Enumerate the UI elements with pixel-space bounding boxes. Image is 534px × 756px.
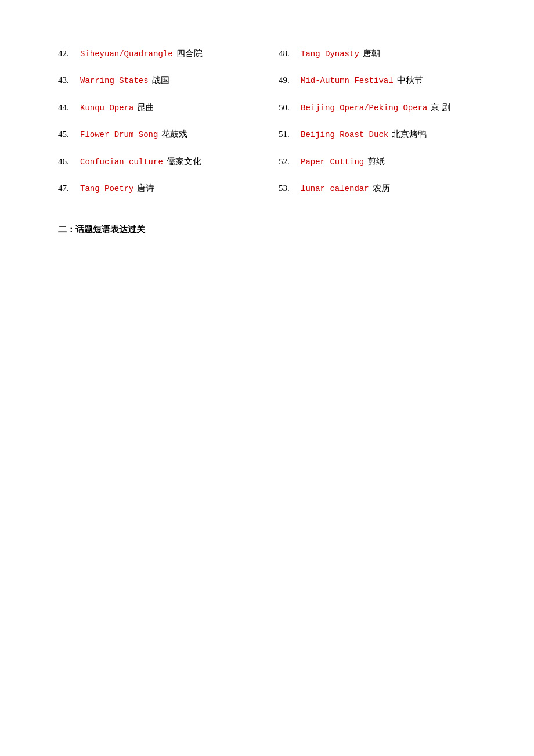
main-content: 42.Siheyuan/Quadrangle四合院43.Warring Stat… <box>58 46 476 208</box>
item-number: 52. <box>279 154 301 168</box>
list-item: 43.Warring States战国 <box>58 73 255 87</box>
item-chinese: 四合院 <box>176 46 203 60</box>
item-link[interactable]: Siheyuan/Quadrangle <box>80 48 173 60</box>
list-item: 51.Beijing Roast Duck北京烤鸭 <box>279 127 476 141</box>
item-number: 47. <box>58 181 80 195</box>
item-link[interactable]: Tang Dynasty <box>301 48 359 60</box>
item-link[interactable]: lunar calendar <box>301 182 369 195</box>
item-number: 45. <box>58 127 80 141</box>
item-number: 49. <box>279 73 301 87</box>
item-link[interactable]: Mid-Autumn Festival <box>301 74 394 87</box>
list-item: 42.Siheyuan/Quadrangle四合院 <box>58 46 255 60</box>
item-number: 43. <box>58 73 80 87</box>
item-link[interactable]: Beijing Roast Duck <box>301 128 388 141</box>
item-chinese: 剪纸 <box>367 154 385 168</box>
item-chinese: 农历 <box>373 181 390 195</box>
item-chinese: 唐朝 <box>363 46 380 60</box>
list-item: 50.Beijing Opera/Peking Opera京 剧 <box>279 100 476 114</box>
item-link[interactable]: Flower Drum Song <box>80 128 158 141</box>
list-item: 52.Paper Cutting剪纸 <box>279 154 476 168</box>
list-item: 45.Flower Drum Song花鼓戏 <box>58 127 255 141</box>
item-chinese: 儒家文化 <box>167 154 201 168</box>
section-header: 二：话题短语表达过关 <box>58 224 476 235</box>
item-link[interactable]: Kunqu Opera <box>80 102 134 114</box>
item-chinese: 北京烤鸭 <box>392 127 427 141</box>
item-number: 51. <box>279 127 301 141</box>
item-chinese: 京 剧 <box>431 100 450 114</box>
list-item: 48.Tang Dynasty唐朝 <box>279 46 476 60</box>
item-number: 42. <box>58 46 80 60</box>
item-number: 46. <box>58 154 80 168</box>
left-column: 42.Siheyuan/Quadrangle四合院43.Warring Stat… <box>58 46 255 208</box>
item-link[interactable]: Warring States <box>80 74 149 87</box>
item-chinese: 唐诗 <box>137 181 154 195</box>
item-link[interactable]: Paper Cutting <box>301 156 364 168</box>
list-item: 44.Kunqu Opera昆曲 <box>58 100 255 114</box>
section-header-number: 二： <box>58 225 75 234</box>
section-header-text: 话题短语表达过关 <box>75 225 145 234</box>
item-link[interactable]: Tang Poetry <box>80 182 134 195</box>
item-link[interactable]: Confucian culture <box>80 156 163 168</box>
item-number: 48. <box>279 46 301 60</box>
item-number: 50. <box>279 100 301 114</box>
list-item: 47.Tang Poetry唐诗 <box>58 181 255 195</box>
item-chinese: 花鼓戏 <box>161 127 187 141</box>
right-column: 48.Tang Dynasty唐朝49.Mid-Autumn Festival中… <box>279 46 476 208</box>
item-link[interactable]: Beijing Opera/Peking Opera <box>301 102 427 114</box>
item-chinese: 昆曲 <box>137 100 154 114</box>
item-chinese: 中秋节 <box>397 73 423 87</box>
item-number: 44. <box>58 100 80 114</box>
item-number: 53. <box>279 181 301 195</box>
list-item: 49.Mid-Autumn Festival中秋节 <box>279 73 476 87</box>
item-chinese: 战国 <box>152 73 169 87</box>
list-item: 46.Confucian culture儒家文化 <box>58 154 255 168</box>
list-item: 53.lunar calendar农历 <box>279 181 476 195</box>
